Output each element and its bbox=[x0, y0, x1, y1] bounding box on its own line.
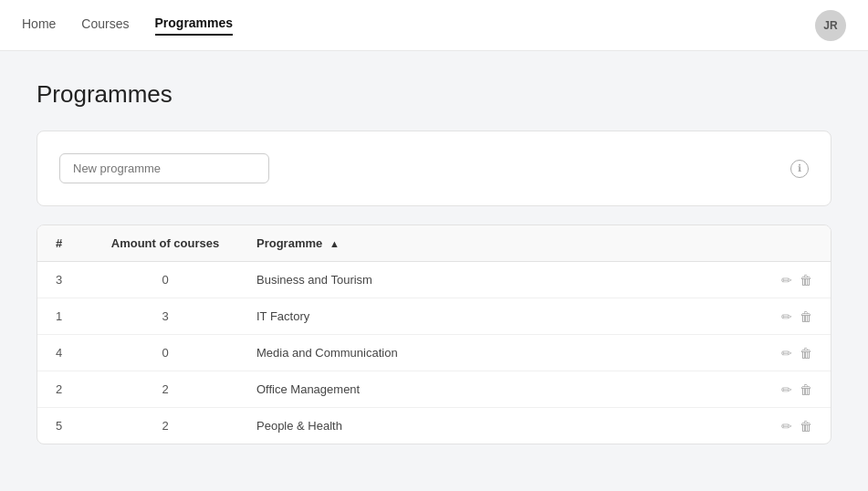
main-content: Programmes ℹ # Amount of courses Program… bbox=[0, 51, 868, 474]
cell-actions: ✏ 🗑 bbox=[667, 298, 831, 335]
nav-courses[interactable]: Courses bbox=[81, 16, 129, 35]
col-header-programme[interactable]: Programme ▲ bbox=[238, 225, 667, 262]
cell-programme: People & Health bbox=[238, 408, 667, 444]
cell-programme: Business and Tourism bbox=[238, 262, 667, 298]
cell-courses: 2 bbox=[92, 371, 238, 408]
cell-num: 1 bbox=[37, 298, 92, 335]
sort-arrow-icon: ▲ bbox=[329, 238, 340, 249]
edit-icon[interactable]: ✏ bbox=[781, 420, 792, 433]
cell-num: 2 bbox=[37, 371, 92, 408]
info-icon[interactable]: ℹ bbox=[790, 160, 809, 178]
cell-programme: Office Management bbox=[238, 371, 667, 408]
table-card: # Amount of courses Programme ▲ 3 0 Busi… bbox=[37, 225, 831, 444]
edit-icon[interactable]: ✏ bbox=[781, 347, 792, 360]
cell-num: 4 bbox=[37, 335, 92, 371]
new-programme-input[interactable] bbox=[59, 153, 269, 183]
table-row: 2 2 Office Management ✏ 🗑 bbox=[37, 371, 831, 408]
edit-icon[interactable]: ✏ bbox=[781, 274, 792, 287]
cell-actions: ✏ 🗑 bbox=[667, 335, 831, 371]
page-title: Programmes bbox=[37, 80, 831, 109]
cell-courses: 2 bbox=[92, 408, 238, 444]
cell-num: 3 bbox=[37, 262, 92, 298]
delete-icon[interactable]: 🗑 bbox=[800, 347, 812, 360]
cell-programme: Media and Communication bbox=[238, 335, 667, 371]
edit-icon[interactable]: ✏ bbox=[781, 310, 792, 323]
cell-programme: IT Factory bbox=[238, 298, 667, 335]
table-header-row: # Amount of courses Programme ▲ bbox=[37, 225, 831, 262]
cell-courses: 0 bbox=[92, 335, 238, 371]
cell-actions: ✏ 🗑 bbox=[667, 371, 831, 408]
nav-programmes[interactable]: Programmes bbox=[155, 16, 234, 36]
delete-icon[interactable]: 🗑 bbox=[800, 420, 812, 433]
cell-actions: ✏ 🗑 bbox=[667, 262, 831, 298]
table-row: 1 3 IT Factory ✏ 🗑 bbox=[37, 298, 831, 335]
table-body: 3 0 Business and Tourism ✏ 🗑 1 3 IT Fact… bbox=[37, 262, 831, 444]
delete-icon[interactable]: 🗑 bbox=[800, 274, 812, 287]
col-header-actions bbox=[667, 225, 831, 262]
delete-icon[interactable]: 🗑 bbox=[800, 310, 812, 323]
cell-num: 5 bbox=[37, 408, 92, 444]
avatar[interactable]: JR bbox=[815, 10, 846, 41]
delete-icon[interactable]: 🗑 bbox=[800, 383, 812, 396]
cell-courses: 0 bbox=[92, 262, 238, 298]
col-header-num: # bbox=[37, 225, 92, 262]
edit-icon[interactable]: ✏ bbox=[781, 383, 792, 396]
input-card: ℹ bbox=[37, 131, 831, 206]
table-row: 4 0 Media and Communication ✏ 🗑 bbox=[37, 335, 831, 371]
navbar: Home Courses Programmes JR bbox=[0, 0, 868, 51]
input-row: ℹ bbox=[59, 153, 809, 183]
nav-home[interactable]: Home bbox=[22, 16, 56, 35]
programmes-table: # Amount of courses Programme ▲ 3 0 Busi… bbox=[37, 225, 831, 444]
nav-items: Home Courses Programmes bbox=[22, 16, 815, 36]
col-header-courses: Amount of courses bbox=[92, 225, 238, 262]
cell-courses: 3 bbox=[92, 298, 238, 335]
table-row: 5 2 People & Health ✏ 🗑 bbox=[37, 408, 831, 444]
table-row: 3 0 Business and Tourism ✏ 🗑 bbox=[37, 262, 831, 298]
cell-actions: ✏ 🗑 bbox=[667, 408, 831, 444]
